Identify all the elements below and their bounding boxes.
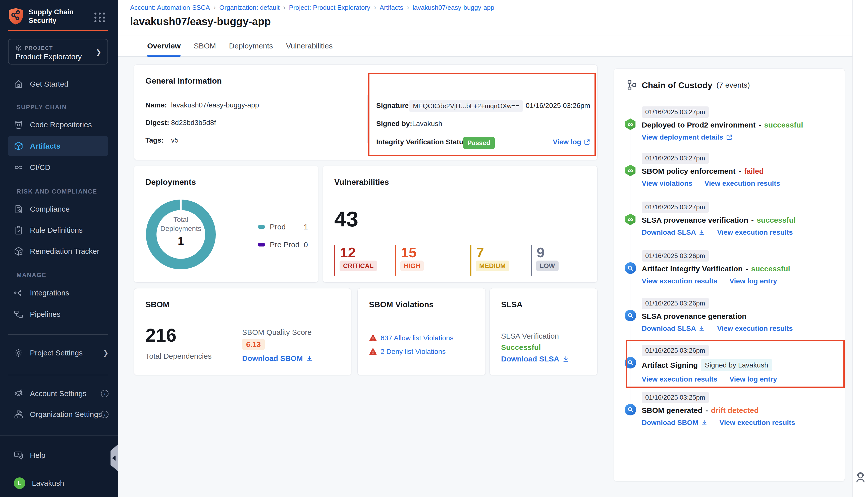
card-title: SLSA <box>501 300 522 309</box>
view-execution-results-link[interactable]: View execution results <box>719 419 795 427</box>
right-gutter <box>852 0 868 497</box>
scan-step-icon <box>625 357 636 368</box>
coc-event-sbom-generated: 01/16/2025 03:25pm SBOM generated - drif… <box>642 392 838 427</box>
view-execution-results-link[interactable]: View execution results <box>642 277 717 285</box>
pipelines-icon <box>14 310 23 319</box>
sidebar-item-project-settings[interactable]: Project Settings ❯ <box>0 345 118 360</box>
view-log-entry-link[interactable]: View log entry <box>729 375 777 383</box>
allow-list-violations-link[interactable]: 637 Allow list Violations <box>380 334 453 342</box>
organization-settings-icon <box>14 410 23 419</box>
download-sbom-link[interactable]: Download SBOM <box>242 354 303 363</box>
name-row: Name: lavakush07/easy-buggy-app <box>145 101 259 110</box>
sbom-quality-score-badge: 6.13 <box>242 339 265 350</box>
project-selector-label: PROJECT <box>25 45 53 51</box>
deployments-card: Deployments TotalDeployments 1 Prod 1 Pr… <box>134 166 318 283</box>
download-slsa-link[interactable]: Download SLSA <box>501 355 559 363</box>
shield-logo-icon <box>8 8 24 25</box>
user-menu[interactable]: L Lavakush <box>0 475 118 491</box>
sidebar: Supply Chain Security PROJECT Product Ex… <box>0 0 118 497</box>
total-deployments-value: 1 <box>146 235 216 247</box>
download-icon <box>306 355 313 362</box>
signed-by-label: Signed by: <box>376 120 412 128</box>
coc-event-slsa-provenance-verification: ∞ 01/16/2025 03:27pm SLSA provenance ver… <box>642 201 838 237</box>
section-supply-chain: SUPPLY CHAIN <box>17 104 67 111</box>
breadcrumb-artifacts[interactable]: Artifacts <box>380 4 403 12</box>
sidebar-item-code-repositories[interactable]: Code Repositories <box>0 117 118 132</box>
support-chat-icon[interactable] <box>854 471 867 484</box>
sidebar-item-organization-settings[interactable]: Organization Settings i <box>0 407 118 422</box>
sidebar-item-pipelines[interactable]: Pipelines <box>0 307 118 322</box>
scan-step-icon <box>625 262 636 274</box>
brand-divider <box>8 30 108 31</box>
signature-value[interactable]: MEQCICde2VjIT...bL+2+mqnOXw== <box>409 100 523 112</box>
deny-list-violations-link[interactable]: 2 Deny list Violations <box>380 347 446 356</box>
integrity-status-badge: Passed <box>463 137 495 149</box>
view-execution-results-link[interactable]: View execution results <box>704 180 780 187</box>
legend-item-pre-prod: Pre Prod 0 <box>258 240 308 249</box>
chain-of-custody-title: Chain of Custody <box>642 80 712 90</box>
pipeline-stage-icon: ∞ <box>625 118 636 130</box>
supply-chain-security-app: Supply Chain Security PROJECT Product Ex… <box>0 0 868 497</box>
sbom-card: SBOM 216 Total Dependencies SBOM Quality… <box>134 288 351 375</box>
tab-sbom[interactable]: SBOM <box>194 36 216 56</box>
view-log-entry-link[interactable]: View log entry <box>729 277 777 285</box>
info-icon[interactable]: i <box>101 411 109 418</box>
download-slsa-link[interactable]: Download SLSA <box>642 325 696 332</box>
artifact-digest: 8d23bd3b5d8f <box>171 119 216 127</box>
sbom-violations-card: SBOM Violations 637 Allow list Violation… <box>358 288 486 375</box>
digest-row: Digest: 8d23bd3b5d8f <box>145 118 216 127</box>
tab-deployments[interactable]: Deployments <box>229 36 273 56</box>
external-link-icon <box>726 134 732 141</box>
event-timestamp: 01/16/2025 03:27pm <box>642 201 709 213</box>
sidebar-item-help[interactable]: Help <box>0 448 118 463</box>
artifact-name: lavakush07/easy-buggy-app <box>171 101 259 109</box>
slsa-verification-label: SLSA Verification <box>501 332 559 340</box>
info-icon[interactable]: i <box>101 390 109 397</box>
tab-bar: Overview SBOM Deployments Vulnerabilitie… <box>118 36 868 57</box>
view-log-link[interactable]: View log <box>553 138 581 146</box>
coc-event-sbom-policy-enforcement: ∞ 01/16/2025 03:27pm SBOM policy enforce… <box>642 153 838 187</box>
card-title: Vulnerabilities <box>334 178 389 187</box>
download-slsa-link[interactable]: Download SLSA <box>642 228 696 237</box>
cube-icon <box>16 45 22 51</box>
breadcrumb-project[interactable]: Project: Product Exploratory <box>289 4 370 12</box>
signature-timestamp: 01/16/2025 03:26pm <box>526 102 590 110</box>
download-icon <box>699 229 705 236</box>
sidebar-item-compliance[interactable]: Compliance <box>0 201 118 217</box>
signed-by-value: Lavakush <box>412 120 442 128</box>
view-violations-link[interactable]: View violations <box>642 180 692 187</box>
tab-overview[interactable]: Overview <box>147 36 181 56</box>
app-grid-icon[interactable] <box>95 13 106 23</box>
event-timestamp: 01/16/2025 03:26pm <box>642 298 709 309</box>
tab-vulnerabilities[interactable]: Vulnerabilities <box>286 36 333 56</box>
event-timestamp: 01/16/2025 03:26pm <box>642 345 709 356</box>
scan-step-icon <box>625 404 636 415</box>
download-sbom-link[interactable]: Download SBOM <box>642 419 699 427</box>
divider <box>225 312 225 362</box>
sidebar-item-artifacts[interactable]: Artifacts <box>8 136 108 156</box>
infinity-icon <box>14 163 23 172</box>
view-execution-results-link[interactable]: View execution results <box>642 375 717 383</box>
chevron-right-icon: ❯ <box>103 349 109 357</box>
home-icon <box>14 79 23 89</box>
view-execution-results-link[interactable]: View execution results <box>717 228 793 237</box>
view-deployment-details-link[interactable]: View deployment details <box>642 133 723 141</box>
sidebar-item-rule-definitions[interactable]: Rule Definitions <box>0 223 118 238</box>
chain-of-custody-panel: Chain of Custody (7 events) ∞ 01/16/2025… <box>614 69 845 481</box>
scan-step-icon <box>625 310 636 321</box>
sidebar-item-account-settings[interactable]: Account Settings i <box>0 386 118 401</box>
sidebar-item-remediation-tracker[interactable]: Remediation Tracker <box>0 244 118 259</box>
external-link-icon <box>584 139 590 145</box>
sidebar-item-integrations[interactable]: Integrations <box>0 285 118 300</box>
main-area: Account: Automation-SSCA › Organization:… <box>118 0 868 497</box>
breadcrumb-current[interactable]: lavakush07/easy-buggy-app <box>412 4 494 12</box>
project-selector[interactable]: PROJECT Product Exploratory ❯ <box>8 39 108 65</box>
slsa-card: SLSA SLSA Verification Successful Downlo… <box>490 288 598 375</box>
sidebar-item-cicd[interactable]: CI/CD <box>0 160 118 175</box>
sidebar-item-get-started[interactable]: Get Started <box>0 76 118 91</box>
view-execution-results-link[interactable]: View execution results <box>717 325 793 332</box>
breadcrumb-account[interactable]: Account: Automation-SSCA <box>130 4 210 12</box>
breadcrumb-organization[interactable]: Organization: default <box>219 4 280 12</box>
breadcrumb: Account: Automation-SSCA › Organization:… <box>130 3 494 12</box>
artifacts-cube-icon <box>14 141 23 151</box>
